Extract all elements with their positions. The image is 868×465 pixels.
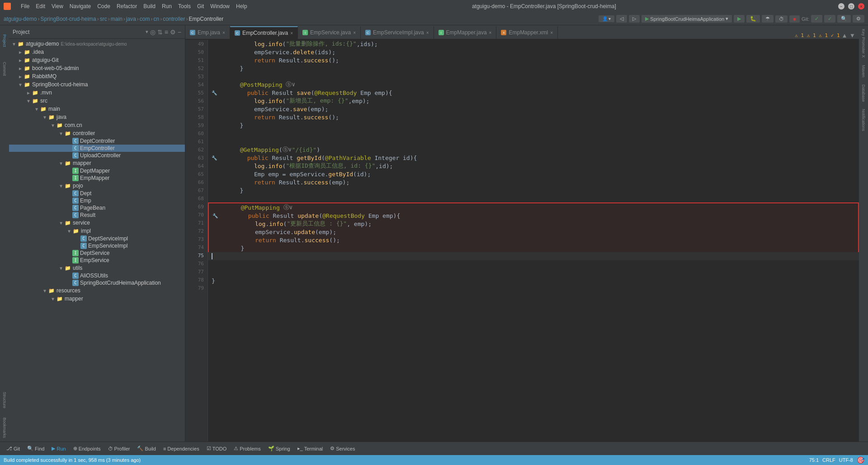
panel-locate-button[interactable]: ◎ (150, 28, 156, 36)
tree-item-deptmapper[interactable]: ▶ I DeptMapper (9, 167, 185, 174)
nav-actions[interactable]: 👤 ▾ ◁ ▷ ▶ SpringBootCrudHeimaApplication… (599, 15, 864, 23)
breadcrumb-src[interactable]: src (100, 16, 107, 22)
tree-item-boot-admin[interactable]: ▶ 📁 boot-web-05-admin (9, 64, 185, 72)
maximize-button[interactable]: □ (848, 3, 854, 9)
key-promoter-icon[interactable]: Key Promoter X (860, 25, 867, 61)
breadcrumb-main[interactable]: main (111, 16, 123, 22)
tab-close-empserviceimpl[interactable]: × (426, 30, 429, 35)
panel-actions[interactable]: ◎ ⇅ ≡ ⚙ − (150, 28, 181, 36)
tree-arrow-uploadcontroller[interactable]: ▶ (66, 153, 72, 158)
tab-close-empmapper[interactable]: × (489, 30, 492, 35)
tree-arrow-utils[interactable]: ▼ (58, 266, 64, 271)
tree-arrow-aliossutils[interactable]: ▶ (66, 273, 72, 278)
tree-arrow-service[interactable]: ▼ (58, 221, 64, 225)
bottom-profiler-button[interactable]: ⏱ Profiler (105, 445, 133, 452)
close-button[interactable]: × (858, 3, 864, 9)
tree-arrow-mvn[interactable]: ▶ (25, 90, 32, 95)
tab-emp-java[interactable]: C Emp.java × (185, 26, 230, 39)
menu-view[interactable]: View (49, 2, 66, 10)
stop-button[interactable]: ■ (789, 15, 800, 23)
tree-item-springbootapp[interactable]: ▶ C SpringBootCrudHeimaApplication (9, 279, 185, 287)
project-sidebar-icon[interactable]: Project (0, 27, 9, 54)
tree-arrow-springbootapp[interactable]: ▶ (66, 281, 72, 286)
bottom-find-button[interactable]: 🔍 Find (24, 445, 47, 452)
tree-arrow-impl[interactable]: ▼ (66, 229, 72, 234)
commit-sidebar-icon[interactable]: Commit (0, 55, 9, 82)
tree-item-src[interactable]: ▼ 📁 src (9, 97, 185, 105)
tree-arrow-dept[interactable]: ▶ (66, 191, 72, 196)
menu-git[interactable]: Git (194, 2, 207, 10)
database-icon[interactable]: Database (860, 81, 867, 106)
tab-close-empcontroller[interactable]: × (290, 31, 293, 36)
tree-arrow-controller[interactable]: ▼ (58, 131, 64, 136)
debug-button[interactable]: 🐛 (746, 15, 760, 23)
notifications-icon[interactable]: Notifications (860, 105, 867, 135)
tree-arrow-empmapper[interactable]: ▶ (66, 176, 72, 181)
tree-item-empmapper[interactable]: ▶ I EmpMapper (9, 174, 185, 182)
bottom-todo-button[interactable]: ☑ TODO (204, 445, 230, 452)
bookmarks-sidebar-icon[interactable]: Bookmarks (0, 414, 9, 442)
tree-arrow-pojo[interactable]: ▼ (58, 183, 64, 188)
tree-item-pagebean[interactable]: ▶ C PageBean (9, 204, 185, 211)
menu-help[interactable]: Help (233, 2, 250, 10)
tree-item-deptserviceimpl[interactable]: ▶ C DeptServiceImpl (9, 235, 185, 242)
window-controls[interactable]: − □ × (838, 3, 864, 9)
tab-empmapper-java[interactable]: I EmpMapper.java × (434, 26, 497, 39)
menu-bar[interactable]: File Edit View Navigate Code Refactor Bu… (18, 2, 250, 10)
run-button[interactable]: ▶ (734, 15, 745, 23)
bottom-terminal-button[interactable]: ▸_ Terminal (295, 445, 326, 452)
tree-item-rabbitmq[interactable]: ▶ 📁 RabbitMQ (9, 72, 185, 80)
menu-refactor[interactable]: Refactor (114, 2, 140, 10)
scroll-down-button[interactable]: ▼ (849, 32, 855, 39)
menu-navigate[interactable]: Navigate (67, 2, 94, 10)
menu-tools[interactable]: Tools (175, 2, 193, 10)
settings-button[interactable]: ⚙ (853, 15, 864, 23)
tree-arrow-deptserviceimpl[interactable]: ▶ (74, 236, 80, 241)
tree-arrow-mapper[interactable]: ▼ (58, 161, 64, 166)
bottom-dependencies-button[interactable]: ≡ Dependencies (160, 445, 202, 452)
tab-empmapper-xml[interactable]: X EmpMapper.xml × (496, 26, 558, 39)
tree-arrow-root[interactable]: ▼ (11, 42, 17, 47)
panel-settings-button[interactable]: ⚙ (170, 28, 176, 36)
menu-file[interactable]: File (18, 2, 32, 10)
menu-build[interactable]: Build (141, 2, 158, 10)
breadcrumb-file[interactable]: EmpController (189, 16, 224, 22)
menu-code[interactable]: Code (94, 2, 113, 10)
maven-icon[interactable]: Maven (860, 61, 867, 81)
tree-arrow-result[interactable]: ▶ (66, 213, 72, 218)
tree-arrow-resources-mapper[interactable]: ▼ (50, 296, 56, 301)
search-button[interactable]: 🔍 (837, 15, 851, 23)
tree-item-controller[interactable]: ▼ 📁 controller (9, 129, 185, 137)
tree-item-aliossutils[interactable]: ▶ C AliOSSUtils (9, 272, 185, 279)
git-push-button[interactable]: ✓ (824, 15, 835, 23)
tree-item-emp[interactable]: ▶ C Emp (9, 197, 185, 204)
coverage-button[interactable]: ☂ (762, 15, 774, 23)
bottom-services-button[interactable]: ⚙ Services (327, 445, 358, 452)
menu-edit[interactable]: Edit (33, 2, 48, 10)
tree-item-empserviceimpl[interactable]: ▶ C EmpServiceImpl (9, 242, 185, 249)
tree-arrow-java[interactable]: ▼ (42, 115, 48, 120)
bottom-endpoints-button[interactable]: ⊕ Endpoints (71, 445, 104, 452)
tree-item-springboot[interactable]: ▼ 📁 SpringBoot-crud-heima (9, 80, 185, 89)
bottom-problems-button[interactable]: ⚠ Problems (231, 445, 263, 452)
tree-arrow-empcontroller[interactable]: ▶ (66, 146, 72, 151)
tree-item-main[interactable]: ▼ 📁 main (9, 105, 185, 113)
tree-arrow-idea[interactable]: ▶ (17, 50, 24, 55)
forward-button[interactable]: ▷ (629, 15, 640, 23)
tree-item-deptservice[interactable]: ▶ I DeptService (9, 249, 185, 257)
bottom-spring-button[interactable]: 🌱 Spring (265, 445, 293, 452)
tree-item-empservice[interactable]: ▶ I EmpService (9, 257, 185, 264)
tree-arrow-empserviceimpl[interactable]: ▶ (74, 244, 80, 249)
run-config-button[interactable]: ▶ SpringBootCrudHeimaApplication ▾ (642, 15, 732, 23)
bottom-git-button[interactable]: ⎇ Git (4, 445, 23, 452)
tree-item-utils[interactable]: ▼ 📁 utils (9, 264, 185, 272)
tree-arrow-src[interactable]: ▼ (25, 99, 32, 103)
back-button[interactable]: ◁ (616, 15, 627, 23)
bottom-build-button[interactable]: 🔨 Build (134, 445, 158, 452)
minimize-button[interactable]: − (838, 3, 844, 9)
breadcrumb-com[interactable]: com (140, 16, 150, 22)
breadcrumb-cn[interactable]: cn (154, 16, 160, 22)
tree-arrow-main[interactable]: ▼ (33, 107, 40, 112)
code-content[interactable]: log.info("批量删除操作, ids:{}",ids); empServi… (208, 40, 859, 442)
panel-collapse-button[interactable]: ≡ (165, 28, 168, 36)
